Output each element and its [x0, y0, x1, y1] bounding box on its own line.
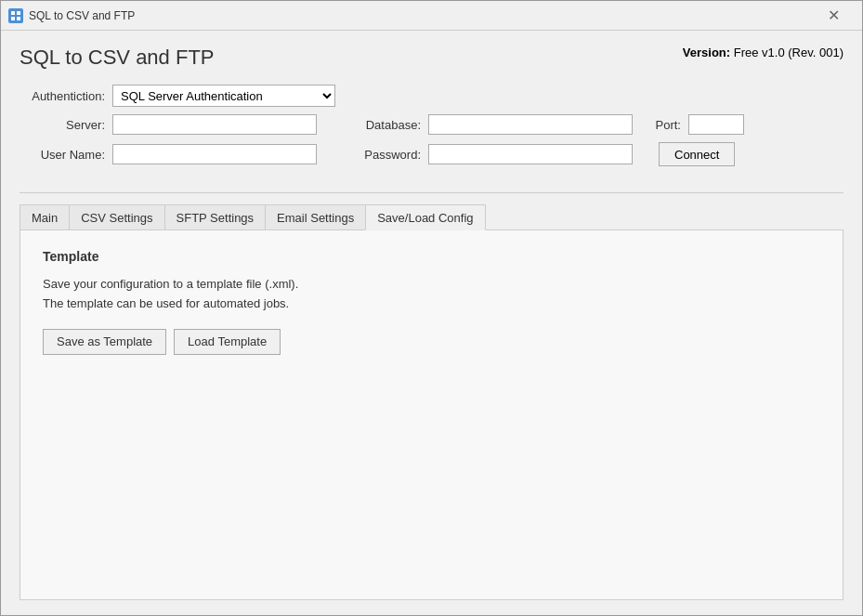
version-label: Version:	[683, 46, 730, 59]
template-desc-line1: Save your configuration to a template fi…	[43, 275, 820, 295]
template-description: Save your configuration to a template fi…	[43, 275, 820, 314]
username-password-row: User Name: Password: Connect	[20, 142, 843, 166]
database-input[interactable]	[428, 114, 633, 135]
database-field-group: Database:	[335, 114, 633, 135]
username-label: User Name:	[20, 148, 112, 162]
divider	[20, 192, 843, 193]
main-window: SQL to CSV and FTP ✕ SQL to CSV and FTP …	[0, 0, 863, 616]
password-input[interactable]	[428, 144, 633, 164]
server-field-group: Server:	[20, 114, 317, 135]
close-button[interactable]: ✕	[812, 2, 855, 30]
password-field-group: Password:	[335, 144, 633, 164]
tab-main[interactable]: Main	[20, 204, 70, 230]
version-value: Free v1.0 (Rev. 001)	[734, 46, 843, 59]
template-title: Template	[43, 249, 820, 264]
app-header: SQL to CSV and FTP Version: Free v1.0 (R…	[20, 46, 843, 70]
auth-row: Authentiction: SQL Server Authentication…	[20, 85, 843, 107]
form-section: Authentiction: SQL Server Authentication…	[20, 85, 843, 174]
version-info: Version: Free v1.0 (Rev. 001)	[683, 46, 843, 59]
username-input[interactable]	[112, 144, 317, 164]
load-template-button[interactable]: Load Template	[174, 329, 281, 355]
server-input[interactable]	[112, 114, 317, 135]
tab-email-settings[interactable]: Email Settings	[265, 204, 366, 230]
tab-sftp-settings[interactable]: SFTP Settings	[164, 204, 267, 230]
template-desc-line2: The template can be used for automated j…	[43, 295, 820, 314]
tabs-container: Main CSV Settings SFTP Settings Email Se…	[20, 204, 843, 230]
password-label: Password:	[335, 148, 428, 162]
tab-save-load-config[interactable]: Save/Load Config	[365, 204, 485, 230]
port-input[interactable]	[688, 114, 744, 135]
svg-rect-3	[17, 17, 20, 20]
title-bar-left: SQL to CSV and FTP	[8, 8, 135, 23]
template-buttons: Save as Template Load Template	[43, 329, 820, 355]
svg-rect-2	[11, 17, 15, 20]
svg-rect-0	[11, 11, 15, 15]
database-label: Database:	[335, 118, 428, 132]
title-bar: SQL to CSV and FTP ✕	[1, 1, 862, 31]
app-icon	[8, 8, 23, 23]
tab-panel: Template Save your configuration to a te…	[20, 229, 843, 600]
server-database-row: Server: Database: Port:	[20, 114, 843, 135]
svg-rect-1	[17, 11, 20, 15]
save-as-template-button[interactable]: Save as Template	[43, 329, 166, 355]
server-label: Server:	[20, 118, 112, 132]
title-bar-text: SQL to CSV and FTP	[29, 9, 135, 22]
connect-button[interactable]: Connect	[659, 142, 735, 166]
auth-label: Authentiction:	[20, 89, 112, 103]
port-field-group: Port:	[651, 114, 744, 135]
port-label: Port:	[651, 118, 688, 132]
main-content: SQL to CSV and FTP Version: Free v1.0 (R…	[1, 31, 862, 615]
auth-select[interactable]: SQL Server Authentication Windows Authen…	[112, 85, 335, 107]
tab-csv-settings[interactable]: CSV Settings	[69, 204, 164, 230]
app-title: SQL to CSV and FTP	[20, 46, 215, 70]
username-field-group: User Name:	[20, 144, 317, 164]
